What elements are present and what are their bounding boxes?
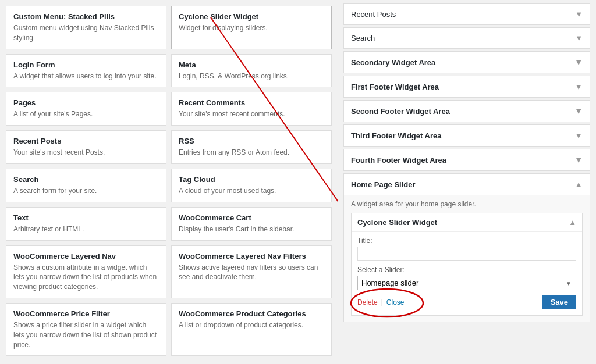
area-label: Recent Posts <box>351 10 396 19</box>
save-button[interactable]: Save <box>542 295 576 309</box>
inner-widget-body: Title: Select a Slider: Homepage slider … <box>352 231 582 315</box>
area-description: A widget area for your home page slider. <box>351 200 583 208</box>
inner-widget-header[interactable]: Cyclone Slider Widget ▲ <box>352 213 582 231</box>
widget-desc: Widget for displaying sliders. <box>179 23 324 33</box>
widget-title: Cyclone Slider Widget <box>179 12 324 21</box>
widget-areas-panel: Recent Posts ▼ Search ▼ Secondary Widget… <box>338 0 596 362</box>
widget-item-pages[interactable]: Pages A list of your site's Pages. <box>6 92 166 126</box>
widget-title: Pages <box>13 98 159 107</box>
widget-item-text[interactable]: Text Arbitrary text or HTML. <box>6 207 166 241</box>
widget-item-meta[interactable]: Meta Login, RSS, & WordPress.org links. <box>171 54 332 88</box>
widget-item-login-form[interactable]: Login Form A widget that allows users to… <box>6 54 166 88</box>
widget-title: Tag Cloud <box>179 175 324 184</box>
widget-desc: A list or dropdown of product categories… <box>179 320 324 330</box>
widget-item-recent-posts[interactable]: Recent Posts Your site's most recent Pos… <box>6 130 166 164</box>
widget-desc: Your site's most recent comments. <box>179 109 324 119</box>
widget-title: Search <box>13 175 159 184</box>
widget-desc: Custom menu widget using Nav Stacked Pil… <box>13 23 159 43</box>
inner-widget-title: Cyclone Slider Widget <box>357 218 437 227</box>
widget-title: Text <box>13 213 159 222</box>
available-widgets-panel: Custom Menu: Stacked Pills Custom menu w… <box>0 0 338 362</box>
area-search[interactable]: Search ▼ <box>343 27 590 49</box>
widget-desc: Your site's most recent Posts. <box>13 148 159 158</box>
area-label: Search <box>351 34 375 42</box>
widget-title: Recent Comments <box>179 98 324 107</box>
chevron-down-icon: ▼ <box>574 155 583 165</box>
area-body-home-page-slider: A widget area for your home page slider.… <box>344 195 590 322</box>
close-link[interactable]: Close <box>386 298 405 306</box>
chevron-up-icon: ▲ <box>574 180 583 189</box>
chevron-down-icon: ▼ <box>574 131 583 140</box>
widget-item-woocommerce-price-filter[interactable]: WooCommerce Price Filter Shows a price f… <box>6 303 166 356</box>
widget-item-woocommerce-layered-nav-filters[interactable]: WooCommerce Layered Nav Filters Shows ac… <box>171 245 332 298</box>
area-fourth-footer[interactable]: Fourth Footer Widget Area ▼ <box>343 149 590 171</box>
widget-desc: A list of your site's Pages. <box>13 109 159 119</box>
widget-title: WooCommerce Layered Nav <box>13 252 159 260</box>
area-title: Third Footer Widget Area <box>351 131 441 140</box>
chevron-up-icon: ▲ <box>569 218 576 227</box>
widget-item-woocommerce-layered-nav[interactable]: WooCommerce Layered Nav Shows a custom a… <box>6 245 166 298</box>
widget-title: Custom Menu: Stacked Pills <box>13 12 159 21</box>
widget-desc: Shows a custom attribute in a widget whi… <box>13 263 159 292</box>
inner-widget-cyclone: Cyclone Slider Widget ▲ Title: Select a … <box>351 213 583 316</box>
title-label: Title: <box>357 237 576 245</box>
widget-links: Delete | Close <box>357 298 405 306</box>
area-third-footer[interactable]: Third Footer Widget Area ▼ <box>343 124 590 147</box>
chevron-down-icon: ▼ <box>574 58 583 67</box>
slider-select-wrapper: Homepage slider Slider 2 Slider 3 <box>357 276 576 290</box>
widget-desc: Login, RSS, & WordPress.org links. <box>179 72 324 81</box>
area-title: Second Footer Widget Area <box>351 107 450 116</box>
widget-desc: Shows active layered nav filters so user… <box>179 263 324 283</box>
title-input[interactable] <box>357 247 576 261</box>
widget-item-rss[interactable]: RSS Entries from any RSS or Atom feed. <box>171 130 332 164</box>
widget-item-cyclone-slider[interactable]: Cyclone Slider Widget Widget for display… <box>171 6 332 49</box>
area-title: First Footer Widget Area <box>351 83 439 91</box>
area-secondary[interactable]: Secondary Widget Area ▼ <box>343 51 590 73</box>
widget-desc: Entries from any RSS or Atom feed. <box>179 148 324 158</box>
chevron-down-icon: ▼ <box>575 10 583 19</box>
select-slider-row: Select a Slider: Homepage slider Slider … <box>357 266 576 290</box>
widget-item-search[interactable]: Search A search form for your site. <box>6 169 166 202</box>
widget-desc: A search form for your site. <box>13 186 159 196</box>
area-second-footer[interactable]: Second Footer Widget Area ▼ <box>343 100 590 122</box>
widget-item-woocommerce-product-categories[interactable]: WooCommerce Product Categories A list or… <box>171 303 332 356</box>
widget-item-custom-menu-stacked[interactable]: Custom Menu: Stacked Pills Custom menu w… <box>6 6 166 49</box>
select-slider-label: Select a Slider: <box>357 266 576 274</box>
delete-link[interactable]: Delete <box>357 298 378 306</box>
widget-actions: Delete | Close Save <box>357 295 576 309</box>
widget-title: WooCommerce Layered Nav Filters <box>179 252 324 260</box>
area-title: Home Page Slider <box>351 180 416 189</box>
widget-title: Recent Posts <box>13 137 159 145</box>
chevron-down-icon: ▼ <box>574 106 583 116</box>
widgets-grid: Custom Menu: Stacked Pills Custom menu w… <box>6 6 332 356</box>
widget-desc: Display the user's Cart in the sidebar. <box>179 224 324 234</box>
chevron-down-icon: ▼ <box>574 82 583 91</box>
area-header-home-page-slider[interactable]: Home Page Slider ▲ <box>344 174 590 195</box>
area-recent-posts[interactable]: Recent Posts ▼ <box>343 3 590 25</box>
widget-item-recent-comments[interactable]: Recent Comments Your site's most recent … <box>171 92 332 126</box>
widget-item-woocommerce-cart[interactable]: WooCommerce Cart Display the user's Cart… <box>171 207 332 241</box>
area-first-footer[interactable]: First Footer Widget Area ▼ <box>343 76 590 98</box>
widget-title: WooCommerce Product Categories <box>179 309 324 318</box>
widget-title: Login Form <box>13 60 159 69</box>
widget-title: Meta <box>179 60 324 69</box>
widget-desc: A widget that allows users to log into y… <box>13 72 159 81</box>
slider-select[interactable]: Homepage slider Slider 2 Slider 3 <box>357 276 576 290</box>
widget-desc: A cloud of your most used tags. <box>179 186 324 196</box>
area-title: Fourth Footer Widget Area <box>351 156 446 165</box>
widget-desc: Arbitrary text or HTML. <box>13 224 159 234</box>
widget-title: WooCommerce Cart <box>179 213 324 222</box>
widget-title: RSS <box>179 137 324 145</box>
area-title: Secondary Widget Area <box>351 58 435 67</box>
widget-item-tag-cloud[interactable]: Tag Cloud A cloud of your most used tags… <box>171 169 332 202</box>
link-separator: | <box>381 298 383 306</box>
area-home-page-slider: Home Page Slider ▲ A widget area for you… <box>343 173 590 322</box>
chevron-down-icon: ▼ <box>575 34 583 42</box>
title-field-row: Title: <box>357 237 576 261</box>
widget-desc: Shows a price filter slider in a widget … <box>13 320 159 349</box>
widget-title: WooCommerce Price Filter <box>13 309 159 318</box>
